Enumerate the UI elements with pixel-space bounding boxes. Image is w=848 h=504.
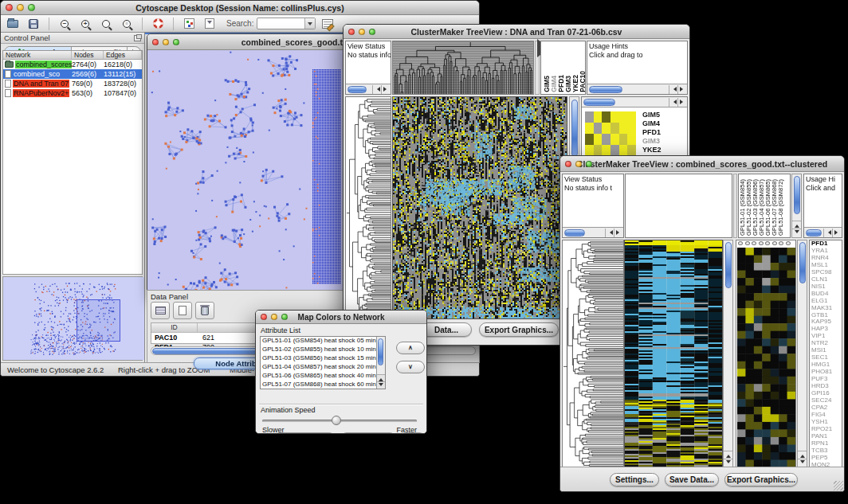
- scrollbar-thumb[interactable]: [564, 229, 585, 236]
- usage-hints-hscrollbar[interactable]: [587, 84, 687, 94]
- animation-speed-slider[interactable]: [262, 420, 417, 422]
- settings-button[interactable]: Settings...: [610, 473, 659, 486]
- scroll-right-icon[interactable]: [677, 85, 686, 94]
- scroll-up-icon[interactable]: [724, 451, 732, 459]
- attribute-editor-button[interactable]: [319, 17, 336, 31]
- zoom-fit-button[interactable]: [97, 17, 115, 31]
- scroll-down-icon[interactable]: [377, 381, 385, 389]
- close-icon[interactable]: [565, 161, 571, 167]
- matrix-cell[interactable]: [602, 134, 610, 145]
- main-titlebar[interactable]: Cytoscape Desktop (Session Name: collins…: [1, 1, 479, 15]
- attribute-item[interactable]: GPL51-03 (GSM856) heat shock 15 min: [262, 354, 385, 363]
- export-graphics-button[interactable]: Export Graphics...: [724, 473, 798, 486]
- matrix-cell[interactable]: [594, 111, 603, 123]
- scrollbar-thumb[interactable]: [378, 338, 383, 365]
- column-marker-icon[interactable]: [745, 241, 750, 245]
- dialog-titlebar[interactable]: Map Colors to Network: [256, 311, 426, 324]
- column-marker-icon[interactable]: [752, 241, 756, 245]
- attribute-list-vscrollbar[interactable]: [376, 337, 385, 389]
- search-dropdown-button[interactable]: [304, 18, 315, 29]
- column-dendrogram-canvas[interactable]: [392, 41, 534, 95]
- help-button[interactable]: [149, 17, 167, 31]
- network-overview-panel[interactable]: [2, 276, 143, 361]
- zoom-in-button[interactable]: +: [77, 17, 94, 31]
- scroll-right-icon[interactable]: [832, 229, 841, 237]
- network-row[interactable]: combined_scores 2764(0) 16218(0): [3, 60, 142, 69]
- float-panel-icon[interactable]: [134, 35, 141, 41]
- matrix-cell[interactable]: [610, 145, 619, 156]
- save-button[interactable]: [25, 17, 42, 31]
- attribute-item[interactable]: GPL51-04 (GSM857) heat shock 20 min: [262, 363, 385, 372]
- minimize-icon[interactable]: [163, 39, 169, 45]
- gene-list-vscrollbar[interactable]: [797, 240, 807, 468]
- matrix-cell[interactable]: [619, 123, 628, 134]
- scroll-left-icon[interactable]: [669, 98, 677, 107]
- animate-vizmap-button[interactable]: Animate Vizmap: [273, 432, 336, 434]
- scrollbar-thumb[interactable]: [583, 99, 615, 106]
- row-dendrogram-canvas[interactable]: [562, 240, 624, 468]
- scrollbar-thumb[interactable]: [806, 229, 822, 236]
- scrollbar-thumb[interactable]: [589, 86, 622, 93]
- zoom-window-icon[interactable]: [173, 39, 179, 45]
- scroll-down-icon[interactable]: [792, 229, 801, 236]
- attribute-list[interactable]: GPL51-01 (GSM854) heat shock 05 minGPL51…: [260, 336, 386, 389]
- attribute-item[interactable]: GPL51-06 (GSM865) heat shock 40 min: [262, 372, 385, 381]
- matrix-cell[interactable]: [585, 134, 594, 145]
- matrix-cell[interactable]: [619, 145, 628, 156]
- close-icon[interactable]: [152, 39, 159, 45]
- scroll-right-icon[interactable]: [381, 85, 390, 94]
- scroll-left-icon[interactable]: [669, 85, 677, 94]
- zoom-selected-button[interactable]: ▫: [118, 17, 135, 31]
- heatmap-canvas[interactable]: [392, 96, 567, 319]
- dendrogram-splitter[interactable]: [733, 174, 737, 238]
- column-label[interactable]: PAC10: [579, 71, 587, 92]
- overview-viewport-rect[interactable]: [77, 299, 120, 342]
- usage-hints-hscrollbar[interactable]: [804, 227, 842, 237]
- network-list-header[interactable]: Network Nodes Edges: [3, 51, 142, 60]
- new-attribute-button[interactable]: [173, 302, 192, 319]
- matrix-cell[interactable]: [585, 145, 594, 156]
- matrix-cell[interactable]: [610, 123, 619, 134]
- matrix-cell[interactable]: [627, 134, 636, 145]
- close-icon[interactable]: [6, 4, 13, 11]
- matrix-cell[interactable]: [627, 145, 636, 156]
- matrix-cell[interactable]: [585, 123, 594, 134]
- attribute-item[interactable]: GPL51-01 (GSM854) heat shock 05 min: [262, 337, 385, 346]
- column-marker-icon[interactable]: [772, 241, 777, 245]
- column-marker-icon[interactable]: [786, 241, 791, 245]
- treeview2-titlebar[interactable]: ClusterMaker TreeView : combined_scores_…: [560, 156, 844, 172]
- matrix-cell[interactable]: [627, 111, 636, 123]
- move-up-button[interactable]: ∧: [396, 342, 425, 354]
- attribute-item[interactable]: GPL51-07 (GSM868) heat shock 60 min: [262, 381, 385, 389]
- open-button[interactable]: [4, 17, 22, 31]
- minimize-icon[interactable]: [359, 29, 365, 35]
- zoom-window-icon[interactable]: [28, 4, 35, 11]
- matrix-cell[interactable]: [619, 134, 628, 145]
- scroll-left-icon[interactable]: [372, 85, 381, 94]
- gene-label[interactable]: GIM3: [642, 137, 665, 146]
- select-attributes-button[interactable]: [151, 302, 170, 319]
- gene-label[interactable]: YKE2: [642, 146, 665, 154]
- matrix-cell[interactable]: [619, 111, 628, 123]
- zoom-window-icon[interactable]: [369, 29, 375, 35]
- minimize-icon[interactable]: [575, 161, 582, 167]
- scroll-up-icon[interactable]: [798, 451, 807, 459]
- minimize-icon[interactable]: [17, 4, 24, 11]
- resize-grip[interactable]: [834, 481, 843, 490]
- search-input[interactable]: [257, 18, 316, 29]
- gene-label[interactable]: GIM5: [642, 111, 665, 119]
- scrollbar-thumb[interactable]: [347, 86, 367, 93]
- column-dendrogram-area[interactable]: [625, 174, 732, 238]
- scrollbar-thumb[interactable]: [794, 176, 800, 214]
- matrix-cell[interactable]: [585, 111, 594, 123]
- heatmap-canvas[interactable]: [624, 240, 723, 468]
- close-icon[interactable]: [261, 314, 267, 320]
- zoom-window-icon[interactable]: [586, 161, 592, 167]
- minimize-icon[interactable]: [271, 314, 277, 320]
- save-data-button[interactable]: Save Data...: [665, 473, 719, 486]
- scrollbar-thumb[interactable]: [799, 242, 806, 283]
- matrix-cell[interactable]: [602, 123, 610, 134]
- delete-attribute-button[interactable]: [195, 302, 214, 319]
- done-button[interactable]: Done: [400, 432, 426, 434]
- view-status-hscrollbar[interactable]: [346, 84, 391, 94]
